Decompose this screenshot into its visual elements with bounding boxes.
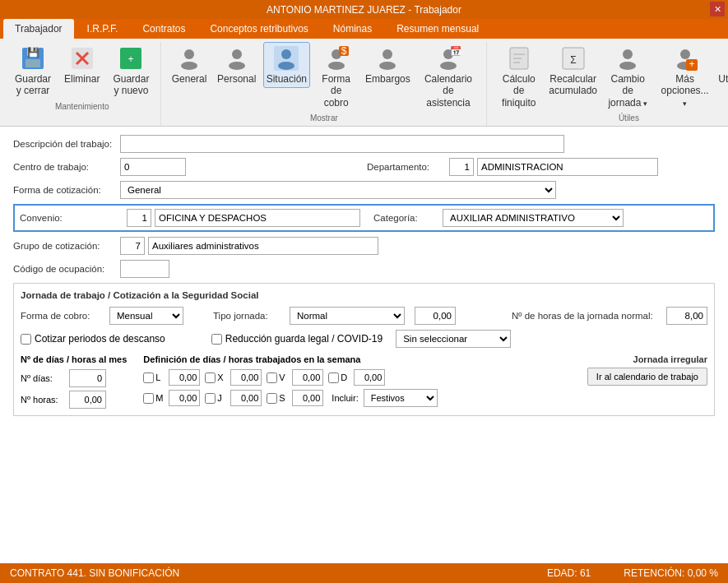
day-M-input[interactable] — [169, 390, 200, 406]
horas-normales-input[interactable] — [666, 307, 707, 325]
tipo-jornada-label: Tipo jornada: — [213, 311, 283, 321]
reduccion-select[interactable]: Sin seleccionar — [396, 330, 511, 348]
jornada-irregular-title: Jornada irregular — [633, 354, 707, 364]
tab-conceptos[interactable]: Conceptos retributivos — [198, 19, 319, 39]
departamento-name-input[interactable] — [477, 158, 658, 176]
departamento-id-input[interactable] — [449, 158, 474, 176]
forma-cobro-icon: $ — [323, 45, 350, 72]
calendario-icon: 📅 — [435, 45, 461, 72]
status-retencion: RETENCIÓN: 0,00 % — [624, 567, 718, 579]
guardar-nuevo-button[interactable]: + Guardary nuevo — [108, 42, 154, 100]
ribbon: 💾 Guardary cerrar Eliminar — [0, 39, 728, 127]
tab-irpf[interactable]: I.R.P.F. — [76, 19, 130, 39]
day-X-input[interactable] — [230, 369, 262, 386]
grupo-name-input[interactable] — [148, 237, 378, 255]
personal-button[interactable]: Personal — [214, 42, 260, 88]
close-button[interactable]: ✕ — [710, 2, 725, 16]
convenio-label: Convenio: — [20, 213, 127, 223]
day-D-input[interactable] — [354, 369, 385, 386]
svg-point-9 — [184, 49, 194, 59]
day-S-input[interactable] — [292, 390, 323, 406]
personal-icon — [224, 45, 250, 72]
svg-text:+: + — [689, 58, 694, 70]
reduccion-checkbox-label[interactable]: Reducción guarda legal / COVID-19 — [211, 333, 383, 345]
general-button[interactable]: General — [168, 42, 210, 88]
definicion-title: Definición de días / horas trabajados en… — [143, 354, 437, 364]
days-row1: L X V D — [143, 369, 437, 386]
cotizar-label: Cotizar periodos de descanso — [35, 333, 165, 345]
general-icon — [176, 45, 202, 72]
situacion-label: Situación — [267, 73, 307, 85]
day-X: X — [205, 369, 262, 386]
forma-cobro-button[interactable]: $ Formade cobro — [313, 42, 359, 112]
dias-horas-mes-title: Nº de días / horas al mes — [21, 354, 127, 364]
descripcion-label: Descripción del trabajo: — [13, 139, 120, 149]
tipo-jornada-select[interactable]: Normal — [290, 307, 405, 325]
convenio-name-input[interactable] — [155, 209, 360, 227]
cotizar-checkbox[interactable] — [21, 334, 31, 345]
day-J-input[interactable] — [230, 390, 262, 406]
forma-cotizacion-select[interactable]: General — [120, 181, 556, 199]
day-L-check[interactable] — [143, 372, 154, 383]
personal-label: Personal — [217, 73, 256, 85]
day-J: J — [205, 390, 262, 406]
day-J-check[interactable] — [205, 393, 216, 404]
day-D-check[interactable] — [328, 372, 339, 383]
reduccion-checkbox[interactable] — [211, 334, 222, 345]
guardar-cerrar-button[interactable]: 💾 Guardary cerrar — [10, 42, 56, 100]
grupo-id-input[interactable] — [120, 237, 145, 255]
jornada-forma-cobro-select[interactable]: Mensual — [109, 307, 183, 325]
horas-input[interactable] — [415, 307, 456, 325]
utilidades-button[interactable]: Utilidades — [716, 42, 728, 88]
day-D-label: D — [341, 372, 352, 382]
departamento-label: Departamento: — [367, 162, 449, 172]
jornada-row2: Cotizar periodos de descanso Reducción g… — [21, 330, 707, 348]
calendario-button[interactable]: 📅 Calendariode asistencia — [417, 42, 480, 112]
day-M-check[interactable] — [143, 393, 154, 404]
svg-point-17 — [328, 62, 345, 70]
day-V-input[interactable] — [292, 369, 323, 386]
codigo-input[interactable] — [120, 260, 169, 278]
n-horas-label: Nº horas: — [21, 395, 66, 405]
n-horas-row: Nº horas: — [21, 391, 127, 409]
calculo-finiquito-button[interactable]: Cálculo definiquito — [494, 42, 544, 112]
tab-nominas[interactable]: Nóminas — [322, 19, 383, 39]
mas-opciones-button[interactable]: + Másopciones... — [656, 42, 713, 112]
embargos-button[interactable]: Embargos — [362, 42, 413, 88]
svg-text:Σ: Σ — [570, 54, 576, 66]
guardar-cerrar-label: Guardary cerrar — [15, 73, 51, 97]
n-horas-input[interactable] — [69, 391, 106, 409]
recalcular-button[interactable]: Σ Recalcularacumulado — [547, 42, 599, 100]
utiles-label: Útiles — [619, 113, 639, 123]
cambio-jornada-button[interactable]: Cambio dejornada — [602, 42, 653, 112]
situacion-button[interactable]: Situación — [263, 42, 311, 88]
descripcion-input[interactable] — [120, 135, 564, 153]
svg-point-33 — [619, 62, 636, 70]
incluir-select[interactable]: Festivos — [364, 389, 438, 407]
categoria-select[interactable]: AUXILIAR ADMINISTRATIVO — [443, 209, 624, 227]
general-label: General — [172, 73, 207, 85]
n-dias-row: Nº días: — [21, 369, 127, 387]
centro-input[interactable] — [120, 158, 186, 176]
day-S-check[interactable] — [267, 393, 277, 404]
ir-calendario-button[interactable]: Ir al calendario de trabajo — [587, 368, 707, 386]
guardar-cerrar-icon: 💾 — [20, 45, 46, 72]
codigo-row: Código de ocupación: — [13, 260, 715, 278]
tab-contratos[interactable]: Contratos — [131, 19, 197, 39]
day-V-check[interactable] — [267, 372, 277, 383]
tab-trabajador[interactable]: Trabajador — [3, 19, 74, 39]
eliminar-label: Eliminar — [64, 73, 100, 85]
tab-resumen[interactable]: Resumen mensual — [385, 19, 490, 39]
svg-text:💾: 💾 — [27, 46, 39, 58]
convenio-id-input[interactable] — [127, 209, 151, 227]
tab-bar: Trabajador I.R.P.F. Contratos Conceptos … — [0, 19, 728, 39]
calendario-label: Calendariode asistencia — [422, 73, 475, 109]
svg-text:📅: 📅 — [449, 46, 461, 57]
svg-text:+: + — [128, 53, 134, 65]
cotizar-checkbox-label[interactable]: Cotizar periodos de descanso — [21, 333, 165, 345]
day-X-check[interactable] — [205, 372, 216, 383]
dias-horas-mes: Nº de días / horas al mes Nº días: Nº ho… — [21, 354, 127, 409]
n-dias-input[interactable] — [69, 369, 106, 387]
eliminar-button[interactable]: Eliminar — [59, 42, 104, 88]
day-L-input[interactable] — [169, 369, 200, 386]
